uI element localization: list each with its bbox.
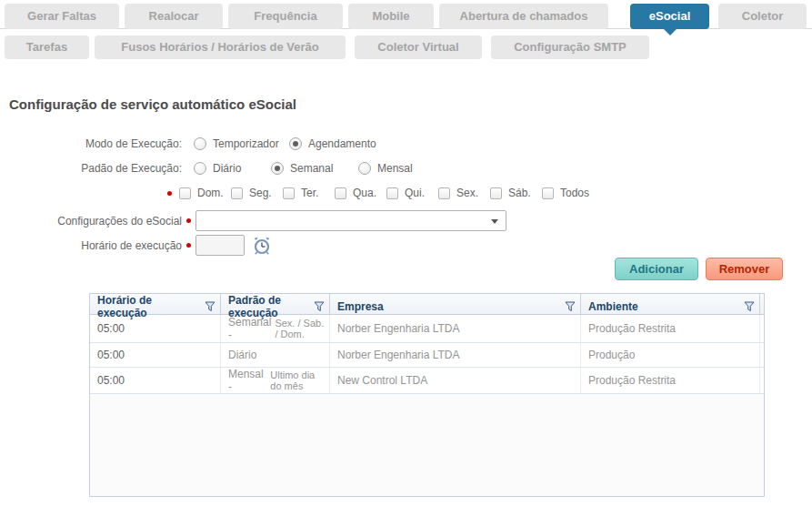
checkbox-sex-control[interactable] xyxy=(438,187,450,199)
column-header-empresa-label: Empresa xyxy=(337,300,384,313)
required-dot xyxy=(186,218,191,223)
cell-empresa: Norber Engenharia LTDA xyxy=(330,343,581,367)
remover-button[interactable]: Remover xyxy=(706,258,783,280)
configuracoes-esocial-label: Configurações do eSocial xyxy=(0,215,182,228)
radio-semanal-label: Semanal xyxy=(290,162,333,175)
form-row-dias-semana: Dom. Seg. Ter. Qua. Qui. Sex. Sáb. Todos xyxy=(0,187,594,199)
filter-icon[interactable] xyxy=(565,301,576,312)
checkbox-sab[interactable]: Sáb. xyxy=(490,187,542,199)
padrao-main: Mensal - xyxy=(228,368,266,393)
checkbox-qui[interactable]: Qui. xyxy=(386,187,438,199)
checkbox-sex-label: Sex. xyxy=(456,187,478,199)
padrao-detail: Sex. / Sab. / Dom. xyxy=(275,318,326,339)
cell-ambiente: Produção xyxy=(581,343,760,367)
cell-horario: 05:00 xyxy=(90,343,221,367)
tab-bar-row2: Tarefas Fusos Horários / Horários de Ver… xyxy=(5,35,655,59)
radio-agendamento[interactable]: Agendamento xyxy=(289,137,376,150)
esocial-config-select[interactable] xyxy=(195,210,506,231)
radio-temporizador-label: Temporizador xyxy=(213,137,279,150)
radio-diario-control[interactable] xyxy=(194,162,206,175)
checkbox-sex[interactable]: Sex. xyxy=(438,187,490,199)
page-title: Configuração de serviço automático eSoci… xyxy=(9,96,296,112)
padrao-execucao-label: Padão de Execução: xyxy=(0,162,182,175)
checkbox-ter-label: Ter. xyxy=(301,187,318,199)
filter-icon[interactable] xyxy=(744,301,755,312)
form-row-padrao-execucao: Padão de Execução: Diário Semanal Mensal xyxy=(0,162,413,175)
checkbox-dom[interactable]: Dom. xyxy=(179,187,231,199)
tab-frequencia[interactable]: Frequência xyxy=(228,4,343,29)
cell-padrao: Semanal - Sex. / Sab. / Dom. xyxy=(221,315,330,342)
checkbox-qui-label: Qui. xyxy=(405,187,425,199)
radio-temporizador-control[interactable] xyxy=(194,137,206,150)
radio-agendamento-label: Agendamento xyxy=(308,137,376,150)
checkbox-sab-control[interactable] xyxy=(490,187,502,199)
radio-mensal-control[interactable] xyxy=(358,162,371,175)
chevron-down-icon xyxy=(491,219,498,224)
tab-tarefas[interactable]: Tarefas xyxy=(5,35,89,59)
radio-mensal[interactable]: Mensal xyxy=(358,162,413,175)
checkbox-seg-control[interactable] xyxy=(231,187,243,199)
padrao-detail: Ultimo dia do mês xyxy=(270,369,326,391)
checkbox-seg[interactable]: Seg. xyxy=(231,187,283,199)
filter-icon[interactable] xyxy=(205,301,216,312)
checkbox-ter-control[interactable] xyxy=(283,187,295,199)
horario-execucao-input[interactable] xyxy=(195,235,245,256)
radio-temporizador[interactable]: Temporizador xyxy=(194,137,289,150)
cell-ambiente: Produção Restrita xyxy=(581,315,760,342)
tab-gerar-faltas[interactable]: Gerar Faltas xyxy=(5,4,119,29)
cell-ambiente: Produção Restrita xyxy=(581,368,760,393)
radio-diario[interactable]: Diário xyxy=(194,162,271,175)
cell-spacer xyxy=(760,315,771,342)
checkbox-dom-label: Dom. xyxy=(197,187,224,199)
horario-execucao-label: Horário de execução xyxy=(0,239,182,252)
form-row-modo-execucao: Modo de Execução: Temporizador Agendamen… xyxy=(0,137,376,150)
checkbox-dom-control[interactable] xyxy=(179,187,191,199)
cell-horario: 05:00 xyxy=(90,315,221,342)
table-row[interactable]: 05:00 Mensal - Ultimo dia do mês New Con… xyxy=(90,368,764,394)
tab-esocial[interactable]: eSocial xyxy=(630,4,709,29)
cell-empresa: New Control LTDA xyxy=(330,368,581,393)
table-row[interactable]: 05:00 Diário Norber Engenharia LTDA Prod… xyxy=(90,343,764,368)
checkbox-qua-control[interactable] xyxy=(335,187,346,199)
filter-icon[interactable] xyxy=(314,301,325,312)
cell-spacer xyxy=(760,368,771,393)
adicionar-button[interactable]: Adicionar xyxy=(615,258,698,280)
checkbox-sab-label: Sáb. xyxy=(508,187,531,199)
cell-padrao: Diário xyxy=(221,343,330,367)
checkbox-qui-control[interactable] xyxy=(386,187,398,199)
table-row[interactable]: 05:00 Semanal - Sex. / Sab. / Dom. Norbe… xyxy=(90,315,764,343)
checkbox-todos[interactable]: Todos xyxy=(542,187,594,199)
tab-coletor-virtual[interactable]: Coletor Virtual xyxy=(355,35,482,59)
tab-realocar[interactable]: Realocar xyxy=(125,4,223,29)
radio-diario-label: Diário xyxy=(213,162,241,175)
form-row-configuracoes-esocial: Configurações do eSocial xyxy=(0,210,506,231)
radio-semanal[interactable]: Semanal xyxy=(271,162,358,175)
radio-agendamento-control[interactable] xyxy=(289,137,302,150)
padrao-main: Diário xyxy=(228,349,256,361)
radio-mensal-label: Mensal xyxy=(377,162,413,175)
checkbox-todos-control[interactable] xyxy=(542,187,554,199)
table-empty-area xyxy=(90,394,764,496)
tab-coletor[interactable]: Coletor xyxy=(718,4,807,29)
padrao-main: Semanal - xyxy=(228,316,271,341)
tab-abertura-de-chamados[interactable]: Abertura de chamados xyxy=(439,4,608,29)
alarm-clock-icon[interactable] xyxy=(252,235,272,256)
checkbox-ter[interactable]: Ter. xyxy=(283,187,335,199)
modo-execucao-label: Modo de Execução: xyxy=(0,137,182,150)
cell-horario: 05:00 xyxy=(90,368,221,393)
checkbox-qua-label: Qua. xyxy=(353,187,376,199)
required-dot xyxy=(167,191,172,196)
table-header-row: Horário de execução Padrão de execução E… xyxy=(90,294,764,315)
cell-spacer xyxy=(760,343,771,367)
tab-configuracao-smtp[interactable]: Configuração SMTP xyxy=(491,35,649,59)
radio-semanal-control[interactable] xyxy=(271,162,284,175)
tab-fusos-horarios[interactable]: Fusos Horários / Horários de Verão xyxy=(95,35,346,59)
checkbox-todos-label: Todos xyxy=(560,187,589,199)
checkbox-qua[interactable]: Qua. xyxy=(335,187,386,199)
cell-padrao: Mensal - Ultimo dia do mês xyxy=(221,368,330,393)
cell-empresa: Norber Engenharia LTDA xyxy=(330,315,581,342)
checkbox-seg-label: Seg. xyxy=(249,187,272,199)
form-row-horario-execucao: Horário de execução xyxy=(0,235,272,256)
tab-mobile[interactable]: Mobile xyxy=(348,4,434,29)
column-header-ambiente-label: Ambiente xyxy=(588,300,638,313)
